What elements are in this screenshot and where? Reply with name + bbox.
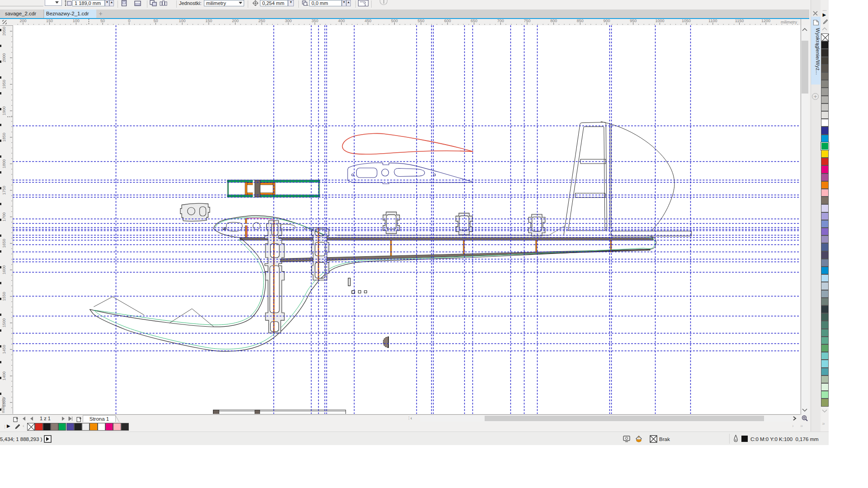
svg-text:1200: 1200 (761, 19, 770, 23)
svg-text:100: 100 (179, 19, 186, 23)
svg-text:0: 0 (128, 19, 130, 23)
svg-text:1750: 1750 (2, 186, 6, 195)
svg-text:150: 150 (46, 19, 53, 23)
svg-text:1400: 1400 (2, 371, 6, 380)
svg-text:200: 200 (232, 19, 239, 23)
svg-text:550: 550 (418, 19, 425, 23)
svg-text:500: 500 (391, 19, 398, 23)
svg-text:300: 300 (285, 19, 292, 23)
svg-text:100: 100 (73, 19, 80, 23)
svg-text:600: 600 (444, 19, 451, 23)
svg-text:650: 650 (471, 19, 477, 23)
svg-text:1700: 1700 (2, 212, 6, 221)
svg-text:350: 350 (311, 19, 318, 23)
svg-text:800: 800 (550, 19, 557, 23)
svg-text:950: 950 (630, 19, 637, 23)
svg-text:1600: 1600 (2, 265, 6, 274)
svg-text:1450: 1450 (2, 345, 6, 354)
svg-text:750: 750 (524, 19, 530, 23)
svg-text:900: 900 (603, 19, 610, 23)
svg-text:2000: 2000 (2, 53, 6, 62)
svg-text:1000: 1000 (655, 19, 664, 23)
svg-text:250: 250 (259, 19, 265, 23)
svg-text:400: 400 (338, 19, 345, 23)
svg-text:200: 200 (19, 19, 26, 23)
svg-text:1850: 1850 (2, 133, 6, 142)
svg-text:1950: 1950 (2, 80, 6, 89)
svg-text:1500: 1500 (2, 319, 6, 328)
svg-text:milimetry: milimetry (781, 20, 797, 24)
svg-text:1650: 1650 (2, 239, 6, 248)
svg-text:1150: 1150 (735, 19, 744, 23)
svg-text:1550: 1550 (2, 292, 6, 301)
svg-text:1100: 1100 (708, 19, 717, 23)
svg-text:450: 450 (364, 19, 371, 23)
svg-text:50: 50 (153, 19, 158, 23)
svg-text:700: 700 (497, 19, 504, 23)
svg-text:50: 50 (100, 19, 105, 23)
svg-text:1800: 1800 (2, 159, 6, 168)
svg-text:2050: 2050 (2, 27, 6, 36)
svg-text:1050: 1050 (682, 19, 691, 23)
svg-text:150: 150 (205, 19, 212, 23)
svg-text:milimetry: milimetry (1, 397, 5, 413)
svg-text:1900: 1900 (2, 106, 6, 115)
svg-text:850: 850 (577, 19, 584, 23)
